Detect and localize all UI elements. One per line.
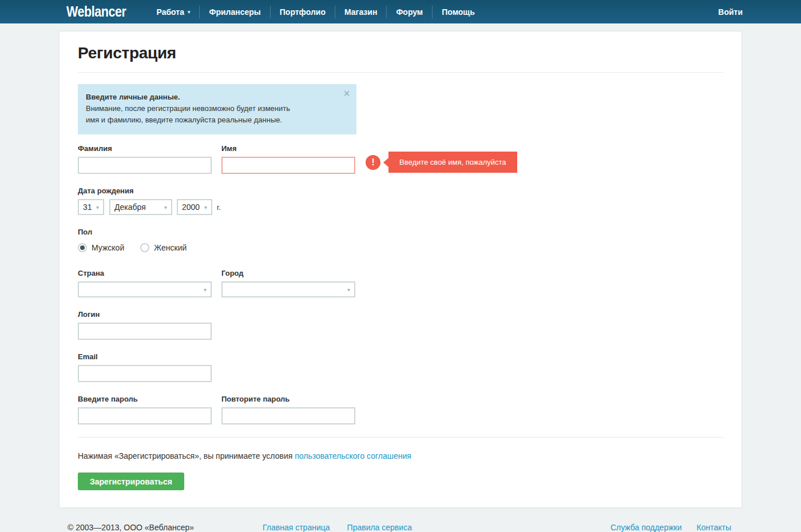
main-menu: Работа ▾ Фрилансеры Портфолио Магазин Фо… [147,6,483,18]
error-exclamation-icon: ! [366,155,380,170]
login-label: Логин [78,310,723,319]
birth-date-row: 31 ▾ Декабря ▾ 2000 ▾ г. [78,199,723,215]
password-repeat-field: Повторите пароль [221,395,365,424]
gender-group: Пол Мужской Женский [78,228,723,252]
login-link[interactable]: Войти [718,7,743,17]
password-repeat-input[interactable] [221,407,355,424]
name-row: Фамилия Имя ! Введите своё имя, пожалуйс… [78,144,723,174]
first-name-error-tooltip: Введите своё имя, пожалуйста [388,152,517,173]
contacts-link[interactable]: Контакты [697,523,731,532]
last-name-input[interactable] [78,157,212,174]
country-field: Страна ▾ [78,269,221,297]
page-title: Регистрация [78,44,723,62]
first-name-input[interactable] [221,157,355,174]
gender-label: Пол [78,228,723,236]
footer-links: Главная страница Правила сервиса [263,523,412,532]
registration-panel: Регистрация Введите личные данные. Внима… [60,31,741,507]
email-label: Email [78,352,723,361]
password-input[interactable] [78,407,212,424]
home-page-link[interactable]: Главная страница [263,523,330,532]
chevron-down-icon: ▾ [204,287,207,293]
registration-form: Фамилия Имя ! Введите своё имя, пожалуйс… [78,144,723,490]
city-field: Город ▾ [221,269,365,297]
birth-date-group: Дата рождения 31 ▾ Декабря ▾ 2000 ▾ г. [78,186,723,215]
notice-line1: Внимание, после регистрации невозможно б… [86,103,334,114]
nav-item-forum[interactable]: Форум [386,6,432,18]
city-select[interactable]: ▾ [221,281,355,297]
female-radio-label: Женский [154,243,187,252]
support-link[interactable]: Служба поддержки [610,523,682,532]
first-name-field: Имя ! Введите своё имя, пожалуйста [221,144,365,174]
first-name-label: Имя [221,144,365,153]
nav-item-freelancers[interactable]: Фрилансеры [199,6,269,18]
top-navigation-bar: Weblancer Работа ▾ Фрилансеры Портфолио … [0,0,801,23]
chevron-down-icon: ▾ [96,204,99,211]
password-label: Введите пароль [78,395,221,403]
year-suffix-label: г. [217,203,221,212]
notice-title: Введите личные данные. [86,92,334,103]
chevron-down-icon: ▾ [164,204,167,211]
password-repeat-label: Повторите пароль [221,395,365,403]
notice-box: Введите личные данные. Внимание, после р… [78,84,356,134]
birth-date-label: Дата рождения [78,186,723,195]
copyright-text: © 2003—2013, ООО «Веблансер» [68,523,194,532]
birth-day-select[interactable]: 31 ▾ [78,199,104,215]
location-row: Страна ▾ Город ▾ [78,269,723,297]
last-name-field: Фамилия [78,144,221,174]
password-field: Введите пароль [78,395,221,424]
close-icon[interactable]: × [343,88,350,99]
nav-item-portfolio[interactable]: Портфолио [270,6,335,18]
login-input[interactable] [78,323,212,340]
gender-radio-group: Мужской Женский [78,243,723,252]
male-radio[interactable]: Мужской [78,243,124,252]
title-divider [78,72,723,73]
female-radio[interactable]: Женский [140,243,187,252]
weblancer-logo[interactable]: Weblancer [66,3,126,20]
birth-year-select[interactable]: 2000 ▾ [177,199,212,215]
notice-line2: имя и фамилию, введите пожалуйста реальн… [86,114,334,126]
chevron-down-icon: ▾ [204,204,207,211]
form-divider [78,437,723,438]
city-label: Город [221,269,365,277]
footer-right-links: Служба поддержки Контакты [610,523,731,532]
agreement-text: Нажимая «Зарегистрироваться», вы принима… [78,451,723,460]
radio-checked-icon [78,243,87,252]
register-button[interactable]: Зарегистрироваться [78,473,184,490]
last-name-label: Фамилия [78,144,221,153]
country-select[interactable]: ▾ [78,281,212,297]
nav-item-rabota[interactable]: Работа ▾ [147,6,199,18]
service-rules-link[interactable]: Правила сервиса [347,523,412,532]
email-input[interactable] [78,365,212,382]
male-radio-label: Мужской [92,243,124,252]
nav-item-help[interactable]: Помощь [432,6,484,18]
chevron-down-icon: ▾ [347,287,350,293]
footer: © 2003—2013, ООО «Веблансер» Главная стр… [68,523,731,532]
password-row: Введите пароль Повторите пароль [78,395,723,424]
nav-item-magazin[interactable]: Магазин [335,6,386,18]
radio-unchecked-icon [140,243,149,252]
user-agreement-link[interactable]: пользовательского соглашения [295,451,411,460]
country-label: Страна [78,269,221,277]
birth-month-select[interactable]: Декабря ▾ [109,199,172,215]
chevron-down-icon: ▾ [188,9,191,15]
login-field: Логин [78,310,723,340]
email-field: Email [78,352,723,382]
